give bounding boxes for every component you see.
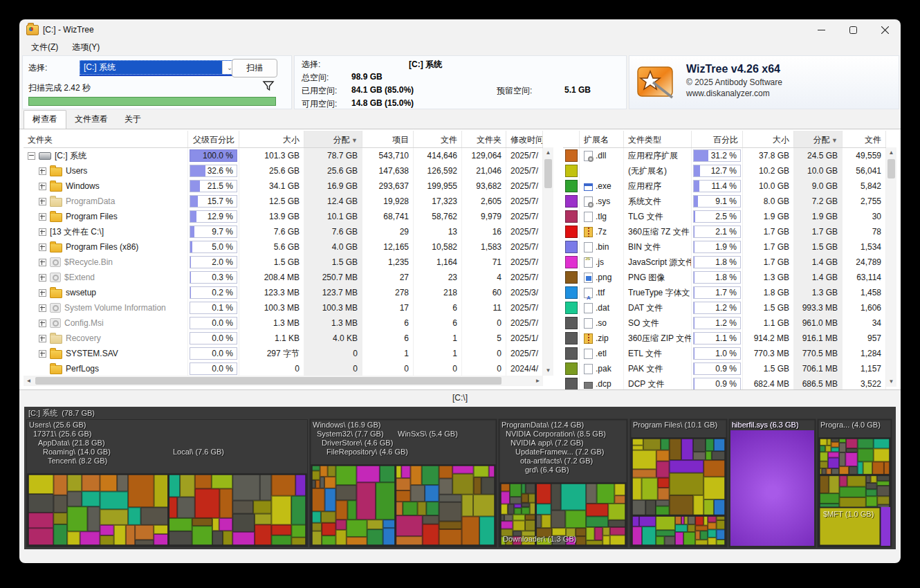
scroll-up-icon[interactable]: ▲ [886,147,896,158]
expander-plus-icon[interactable] [39,320,46,327]
menu-file[interactable]: 文件(Z) [25,40,64,55]
folders-cell: 21,046 [462,163,506,178]
table-row[interactable]: .pakPAK 文件0.9 %1.5 GB706.1 MB1,157 [563,361,896,376]
expander-minus-icon[interactable] [28,152,35,160]
scan-button[interactable]: 扫描 [232,59,277,77]
table-row[interactable]: .ttfTrueType 字体文1.7 %1.8 GB1.3 GB1,458 [563,285,896,300]
scroll-thumb[interactable] [887,159,895,178]
tree-header-2[interactable]: 大小 [239,131,304,147]
expander-plus-icon[interactable] [39,244,46,251]
tree-header-0[interactable]: 文件夹 [24,131,188,147]
table-row[interactable]: .sys系统文件9.1 %8.0 GB7.2 GB2,755 [563,194,896,209]
tree-header-4[interactable]: 项目 [362,131,414,147]
size-cell: 914.2 MB [743,331,794,346]
table-row[interactable]: ProgramData15.7 %12.5 GB12.4 GB19,92817,… [24,194,553,209]
horizontal-scrollbar[interactable]: ◄► [24,376,543,386]
expander-plus-icon[interactable] [39,304,46,312]
table-row[interactable]: System Volume Information0.1 %100.3 MB10… [24,300,553,315]
title-bar[interactable]: [C:] - WizTree [19,19,901,40]
maximize-button[interactable] [837,19,869,40]
table-row[interactable]: $Extend0.3 %208.4 MB250.7 MB272342025/7/ [24,270,553,285]
table-row[interactable]: Program Files12.9 %13.9 GB10.1 GB68,7415… [24,209,553,224]
tab-2[interactable]: 关于 [116,111,149,129]
table-row[interactable]: .soSO 文件1.2 %1.1 GB961.0 MB34 [563,315,896,331]
table-row[interactable]: Config.Msi0.0 %1.3 MB1.3 MB6602025/7/ [24,315,553,331]
table-row[interactable]: Program Files (x86)5.0 %5.6 GB4.0 GB12,1… [24,239,553,255]
table-row[interactable]: .jsJavaScript 源文件1.8 %1.7 GB1.4 GB24,789 [563,255,896,270]
ext-header-4[interactable]: 大小 [743,131,794,147]
table-row[interactable]: .pngPNG 图像1.8 %1.3 GB1.4 GB63,114 [563,270,896,285]
expander-plus-icon[interactable] [39,198,46,205]
table-row[interactable]: Recovery0.0 %1.1 KB4.0 KB6152025/1/ [24,331,553,346]
vertical-scrollbar[interactable]: ▲▼ [543,147,553,376]
table-row[interactable]: .binBIN 文件1.9 %1.7 GB1.5 GB1,534 [563,239,896,255]
ext-header-5[interactable]: 分配 ▼ [794,131,843,147]
stat-total-label: 总空间: [302,72,329,84]
mtime-cell: 2025/7/ [506,346,543,361]
folder-name-cell: SYSTEM.SAV [24,346,188,361]
table-row[interactable]: .dll应用程序扩展31.2 %37.8 GB24.5 GB49,559 [563,148,896,163]
treemap-canvas[interactable] [24,407,896,549]
expander-plus-icon[interactable] [39,213,46,221]
table-row[interactable]: swsetup0.2 %123.3 MB123.7 MB278218602025… [24,285,553,300]
expander-plus-icon[interactable] [39,259,46,266]
ext-header-2[interactable]: 文件类型 [624,131,692,147]
table-row[interactable]: .dcpDCP 文件0.9 %682.4 MB686.5 MB3,522 [563,376,896,389]
tree-header-7[interactable]: 修改时间 [506,131,543,147]
tree-header-1[interactable]: 父级百分比 [188,131,239,147]
scroll-thumb[interactable] [35,377,502,385]
scroll-right-icon[interactable]: ► [533,376,543,386]
ext-header-3[interactable]: 百分比 [692,131,743,147]
table-row[interactable]: SYSTEM.SAV0.0 %297 字节01102025/7/ [24,346,553,361]
table-row[interactable]: Users32.6 %25.6 GB25.6 GB147,638126,5922… [24,163,553,178]
expander-plus-icon[interactable] [39,289,46,297]
close-button[interactable] [869,19,901,40]
scroll-down-icon[interactable]: ▼ [886,376,896,387]
file-type-cell: PAK 文件 [624,361,692,376]
size-cell: 682.4 MB [743,376,794,389]
tree-header-5[interactable]: 文件 [414,131,462,147]
table-row[interactable]: .datDAT 文件1.2 %1.5 GB993.3 MB1,606 [563,300,896,315]
tree-header-6[interactable]: 文件夹 [462,131,506,147]
table-row[interactable]: [13 文件在 C:\]9.7 %7.6 GB7.6 GB2913162025/… [24,224,553,239]
table-row[interactable]: .tlgTLG 文件2.5 %1.9 GB1.9 GB30 [563,209,896,224]
vertical-scrollbar[interactable]: ▲▼ [886,147,896,387]
table-row[interactable]: PerfLogs0.0 %000002024/4/ [24,361,553,376]
scroll-thumb[interactable] [544,159,552,188]
expander-plus-icon[interactable] [39,228,46,236]
file-type-cell: TrueType 字体文 [624,285,692,300]
table-row[interactable]: $Recycle.Bin2.0 %1.5 GB1.5 GB1,2351,1647… [24,255,553,270]
expander-plus-icon[interactable] [39,274,46,282]
scroll-left-icon[interactable]: ◄ [24,376,34,386]
table-row[interactable]: .zip360压缩 ZIP 文件1.1 %914.2 MB916.1 MB957 [563,331,896,346]
menu-options[interactable]: 选项(Y) [66,40,106,55]
filter-icon[interactable] [262,80,275,92]
expander-plus-icon[interactable] [39,183,46,190]
ext-header-1[interactable]: 扩展名 [580,131,624,147]
tree-header-3[interactable]: 分配 ▼ [304,131,362,147]
table-row[interactable]: (无扩展名)12.7 %10.2 GB10.0 GB56,041 [563,163,896,178]
color-swatch-cell [563,300,580,315]
scroll-up-icon[interactable]: ▲ [543,147,553,158]
table-row[interactable]: Windows21.5 %34.1 GB16.9 GB293,637199,95… [24,178,553,194]
ext-header-6[interactable]: 文件 [843,131,886,147]
tab-0[interactable]: 树查看 [24,110,66,129]
expander-plus-icon[interactable] [39,335,46,342]
folder-icon [50,289,62,298]
expander-plus-icon[interactable] [39,350,46,358]
table-row[interactable]: [C:] 系统100.0 %101.3 GB78.7 GB543,710414,… [24,148,553,163]
drive-select[interactable]: [C:] 系统 ⌄ [80,60,237,75]
table-row[interactable]: .7z360压缩 7Z 文件2.1 %1.7 GB1.7 GB78 [563,224,896,239]
ext-header-0[interactable] [563,131,580,147]
minimize-button[interactable] [805,19,837,40]
percent-cell: 1.2 % [692,315,743,331]
system-folder-icon [50,318,61,328]
table-row[interactable]: .exe应用程序11.4 %10.0 GB9.0 GB5,842 [563,178,896,194]
expander-plus-icon[interactable] [39,167,46,175]
scroll-down-icon[interactable]: ▼ [543,365,553,376]
file-type-cell: (无扩展名) [624,163,692,178]
tab-1[interactable]: 文件查看 [66,111,116,129]
table-row[interactable]: .etlETL 文件1.0 %770.3 MB770.5 MB1,284 [563,346,896,361]
files-cell: 6 [414,300,462,315]
website-link[interactable]: www.diskanalyzer.com [686,89,770,98]
